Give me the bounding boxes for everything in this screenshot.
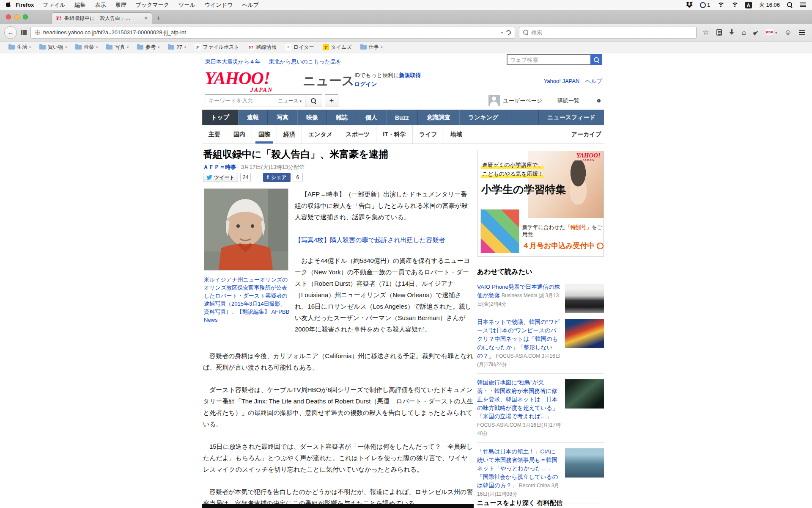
nav-tab[interactable]: 写真 bbox=[268, 110, 297, 125]
article-photo[interactable] bbox=[204, 188, 288, 271]
subnav-item[interactable]: エンタメ bbox=[302, 125, 339, 144]
nav-tab[interactable]: ランキング bbox=[459, 110, 508, 125]
url-text[interactable]: headlines.yahoo.co.jp/hl?a=20150317-0000… bbox=[43, 29, 498, 36]
subnav-item[interactable]: IT・科学 bbox=[376, 125, 412, 144]
nav-tab-newsfeed[interactable]: ニュースフィード bbox=[538, 110, 604, 125]
downloads-icon[interactable] bbox=[729, 29, 735, 36]
menu-hamburger-icon[interactable] bbox=[799, 30, 805, 35]
menubar-menu[interactable]: 編集 bbox=[70, 1, 91, 9]
subnav-item[interactable]: 主要 bbox=[202, 125, 227, 144]
window-minimize-button[interactable] bbox=[14, 14, 19, 19]
subnav-item[interactable]: 経済 bbox=[277, 125, 302, 144]
menubar-clock[interactable]: 火 16:06 bbox=[759, 1, 780, 9]
photos-link[interactable]: 【写真4枚】隣人殺害の罪で起訴され出廷した容疑者 bbox=[295, 236, 445, 244]
subnav-item[interactable]: 国際 bbox=[252, 125, 277, 144]
add-keyword-button[interactable]: + bbox=[325, 94, 338, 107]
menubar-menu[interactable]: 表示 bbox=[91, 1, 111, 9]
url-dropdown-icon[interactable]: ▾ bbox=[501, 30, 503, 35]
related-item-thumbnail[interactable] bbox=[565, 319, 604, 348]
related-item[interactable]: 日本ネットで物議、韓国の“ワピース”は日本の“ワンピースのパクリ？中国ネットは「… bbox=[477, 313, 604, 373]
menubar-menu[interactable]: ファイル bbox=[38, 1, 70, 9]
nav-tab[interactable]: 意識調査 bbox=[418, 110, 459, 125]
menubar-menu[interactable]: ブックマーク bbox=[131, 1, 174, 9]
reading-list-icon[interactable] bbox=[716, 29, 722, 36]
smiley-addon-icon[interactable]: ☺ bbox=[785, 29, 792, 36]
promo-link[interactable]: 東日本大震災から４年 bbox=[205, 58, 261, 66]
share-count[interactable]: 6 bbox=[293, 173, 303, 182]
related-item[interactable]: 韓国旅行地図に“独島”が欠落・・韓国政府が米国務省に修正を要求、韓国ネットは「日… bbox=[477, 373, 604, 442]
apple-menu-icon[interactable] bbox=[6, 2, 11, 8]
related-item-title[interactable]: 韓国旅行地図に“独島”が欠落・・韓国政府が米国務省に修正を要求、韓国ネットは「日… bbox=[477, 379, 558, 420]
back-button[interactable]: ← bbox=[4, 26, 17, 39]
tab-close-icon[interactable]: ✕ bbox=[144, 15, 148, 21]
related-item[interactable]: VAIO Phone発表で日本通信の株価が急落 Business Media 誠… bbox=[477, 278, 604, 313]
nav-tab[interactable]: 雑誌 bbox=[327, 110, 357, 125]
bookmark-item[interactable]: F ファイルポスト ▾ bbox=[190, 43, 244, 52]
facebook-share-button[interactable]: f シェア bbox=[263, 173, 291, 182]
bookmark-item[interactable]: 買い物 ▾ bbox=[35, 43, 71, 52]
spotlight-search-icon[interactable] bbox=[787, 2, 793, 8]
browser-search-input[interactable] bbox=[531, 29, 692, 36]
related-item-thumbnail[interactable] bbox=[565, 448, 604, 478]
bookmark-item[interactable]: * ロイター ▾ bbox=[281, 43, 318, 52]
nav-tab[interactable]: トップ bbox=[202, 110, 238, 125]
photo-caption[interactable]: 米ルイジアナ州ニューオリンズのオリンズ教区保安官事務所が公表したロバート・ダース… bbox=[204, 276, 291, 324]
pdf-tool-dropdown-icon[interactable]: ▾ bbox=[775, 30, 777, 35]
tweet-count[interactable]: 24 bbox=[240, 173, 251, 182]
url-bar[interactable]: headlines.yahoo.co.jp/hl?a=20150317-0000… bbox=[30, 27, 515, 39]
ad-cta[interactable]: ４月号お申込み受付中〉 bbox=[522, 241, 604, 251]
related-item-thumbnail[interactable] bbox=[565, 379, 604, 409]
menubar-menu[interactable]: ウインドウ bbox=[200, 1, 238, 9]
subnav-item[interactable]: 国内 bbox=[227, 125, 252, 144]
bookmark-item[interactable]: 参考 ▾ bbox=[133, 43, 164, 52]
subscriptions-link[interactable]: 購読一覧 bbox=[557, 97, 579, 104]
user-page-link[interactable]: ユーザーページ bbox=[503, 97, 542, 104]
input-source-icon[interactable]: A bbox=[745, 2, 752, 8]
bluetooth-audio-icon[interactable] bbox=[717, 2, 724, 8]
bookmark-item[interactable]: T タイムズ ▾ bbox=[318, 43, 356, 52]
window-close-button[interactable] bbox=[6, 14, 11, 19]
menubar-menu[interactable]: ツール bbox=[174, 1, 200, 9]
login-link[interactable]: ログイン bbox=[354, 81, 377, 87]
notification-center-icon[interactable] bbox=[800, 3, 806, 7]
yahoo-logo[interactable]: YAHOO! JAPAN bbox=[205, 69, 296, 91]
subnav-item[interactable]: ライフ bbox=[412, 125, 444, 144]
menubar-menu[interactable]: ヘルプ bbox=[237, 1, 263, 9]
bookmark-item[interactable]: 27 ▾ bbox=[164, 43, 190, 52]
ad-banner[interactable]: YAHOO! JAPAN 進研ゼミの小学講座で、 こどものやる気を応援！ 小学生… bbox=[477, 151, 604, 257]
nav-tab[interactable]: 映像 bbox=[297, 110, 327, 125]
menubar-menu[interactable]: 履歴 bbox=[111, 1, 131, 9]
reload-icon[interactable] bbox=[505, 29, 512, 36]
web-search-input[interactable] bbox=[507, 54, 590, 65]
browser-search-box[interactable] bbox=[519, 27, 697, 39]
bookmark-item[interactable]: 仕事 ▾ bbox=[356, 43, 387, 52]
subnav-archive[interactable]: アーカイブ bbox=[571, 131, 604, 138]
news-search-input[interactable]: キーワードを入力 ニュース bbox=[205, 94, 305, 107]
search-scope-dropdown[interactable]: ニュース bbox=[278, 97, 302, 105]
settings-gear-icon[interactable] bbox=[595, 97, 603, 105]
browser-tab[interactable]: Y! 番組収録中に「殺人告白」… ✕ bbox=[52, 12, 152, 24]
related-item-thumbnail[interactable] bbox=[565, 284, 604, 313]
related-item[interactable]: 「竹島は日本の領土！」CIAに続いて米国務省領事局も＝韓国ネット「やっとわかった… bbox=[477, 442, 604, 503]
subnav-item[interactable]: スポーツ bbox=[339, 125, 376, 144]
web-search-button[interactable] bbox=[590, 54, 602, 65]
signup-link[interactable]: 新規取得 bbox=[399, 72, 421, 78]
tweet-button[interactable]: ツイート bbox=[203, 173, 238, 182]
window-zoom-button[interactable] bbox=[23, 14, 28, 19]
pdf-tool-icon[interactable]: PDF bbox=[766, 29, 773, 36]
pocket-send-icon[interactable] bbox=[753, 29, 759, 35]
bookmark-item[interactable]: 音楽 ▾ bbox=[71, 43, 102, 52]
nav-tab[interactable]: 速報 bbox=[238, 110, 268, 125]
bookmark-star-icon[interactable]: ☆ bbox=[703, 29, 709, 36]
dropbox-icon[interactable] bbox=[686, 2, 693, 8]
home-icon[interactable]: ⌂ bbox=[742, 29, 746, 36]
yahoo-japan-link[interactable]: Yahoo! JAPAN bbox=[544, 78, 580, 84]
user-avatar[interactable] bbox=[488, 95, 500, 106]
subnav-item[interactable]: 地域 bbox=[444, 125, 469, 144]
help-link[interactable]: ヘルプ bbox=[585, 78, 602, 84]
bookmark-item[interactable]: 写真 ▾ bbox=[102, 43, 133, 52]
new-tab-button[interactable]: + bbox=[152, 12, 165, 24]
wifi-icon[interactable] bbox=[731, 2, 738, 8]
promo-link[interactable]: 東北から思いのこもった品を bbox=[269, 58, 342, 66]
bookmark-item[interactable]: Y! 路線情報 ▾ bbox=[244, 43, 281, 52]
